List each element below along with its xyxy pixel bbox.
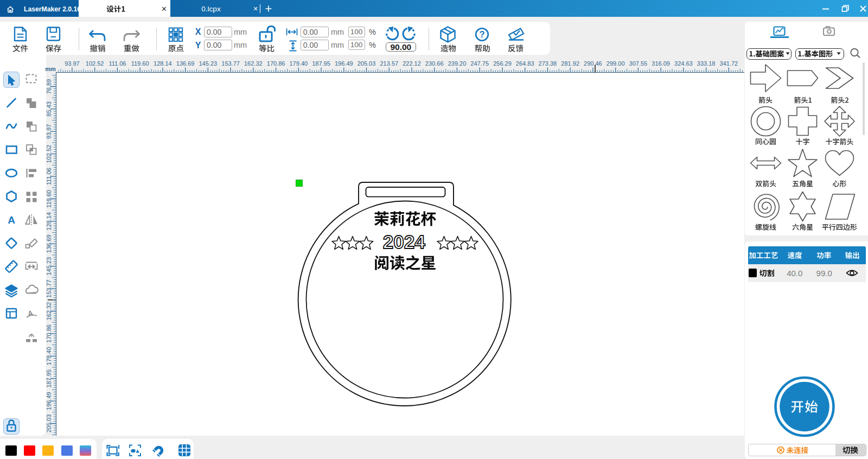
- svg-text:205.03: 205.03: [46, 415, 52, 433]
- svg-text:264.83: 264.83: [516, 60, 534, 67]
- svg-text:281.92: 281.92: [561, 60, 579, 67]
- svg-text:128.14: 128.14: [46, 212, 52, 231]
- svg-text:230.66: 230.66: [425, 60, 444, 67]
- svg-text:mm: mm: [331, 41, 344, 49]
- svg-text:90.00: 90.00: [390, 42, 411, 52]
- svg-text:170.86: 170.86: [46, 324, 52, 343]
- svg-text:?: ?: [479, 29, 484, 39]
- svg-text:99.0: 99.0: [816, 269, 832, 278]
- svg-text:76.89: 76.89: [46, 79, 52, 94]
- svg-text:A: A: [8, 214, 15, 226]
- svg-text:222.12: 222.12: [403, 60, 421, 67]
- svg-text:179.40: 179.40: [289, 60, 308, 67]
- svg-text:153.77: 153.77: [221, 60, 240, 67]
- svg-text:119.60: 119.60: [46, 190, 52, 208]
- svg-text:100: 100: [350, 28, 363, 36]
- svg-text:LaserMaker 2.0.16: LaserMaker 2.0.16: [24, 5, 81, 13]
- svg-text:102.52: 102.52: [46, 145, 52, 163]
- svg-text:162.32: 162.32: [46, 302, 52, 321]
- svg-text:162.32: 162.32: [244, 60, 263, 67]
- svg-text:X: X: [195, 27, 201, 36]
- svg-text:✕: ✕: [161, 5, 167, 13]
- svg-text:170.86: 170.86: [267, 60, 285, 67]
- svg-text:93.97: 93.97: [46, 124, 52, 139]
- svg-text:93.97: 93.97: [65, 60, 80, 67]
- svg-text:341.72: 341.72: [720, 60, 738, 67]
- svg-text:0.00: 0.00: [303, 28, 318, 36]
- svg-text:136.69: 136.69: [176, 60, 195, 67]
- svg-text:40.0: 40.0: [787, 269, 802, 278]
- svg-text:119.60: 119.60: [131, 60, 149, 67]
- svg-text:333.18: 333.18: [697, 60, 716, 67]
- svg-text:213.57: 213.57: [380, 60, 398, 67]
- svg-text:85.43: 85.43: [46, 101, 52, 117]
- svg-text:239.20: 239.20: [448, 60, 467, 67]
- svg-text:Y: Y: [195, 41, 201, 50]
- svg-text:187.95: 187.95: [46, 369, 52, 388]
- svg-text:179.40: 179.40: [46, 347, 52, 365]
- svg-text:299.00: 299.00: [607, 60, 625, 67]
- svg-text:128.14: 128.14: [154, 60, 172, 67]
- svg-text:mm: mm: [234, 41, 247, 49]
- svg-text:256.29: 256.29: [493, 60, 512, 67]
- svg-text:196.49: 196.49: [46, 392, 52, 410]
- svg-text:307.55: 307.55: [629, 60, 648, 67]
- svg-text:mm: mm: [234, 28, 247, 36]
- svg-text:111.06: 111.06: [108, 60, 126, 67]
- svg-text:290.46: 290.46: [584, 60, 602, 67]
- svg-text:mm: mm: [331, 28, 344, 36]
- svg-text:145.23: 145.23: [46, 257, 52, 276]
- svg-text:102.52: 102.52: [86, 60, 104, 67]
- svg-text:153.77: 153.77: [46, 279, 52, 298]
- svg-text:247.75: 247.75: [470, 60, 489, 67]
- svg-text:111.06: 111.06: [46, 168, 52, 185]
- svg-text:273.38: 273.38: [539, 60, 557, 67]
- svg-text:A: A: [27, 309, 34, 318]
- svg-text:2024: 2024: [383, 231, 425, 252]
- svg-text:%: %: [369, 41, 376, 49]
- svg-text:187.95: 187.95: [312, 60, 330, 67]
- svg-text:0.00: 0.00: [303, 41, 318, 49]
- svg-text:324.63: 324.63: [674, 60, 693, 67]
- svg-text:100: 100: [350, 41, 363, 49]
- svg-text:205.03: 205.03: [358, 60, 376, 67]
- svg-text:316.09: 316.09: [652, 60, 670, 67]
- svg-text:0.00: 0.00: [207, 41, 221, 49]
- svg-text:✕: ✕: [253, 5, 258, 12]
- svg-text:0.lcpx: 0.lcpx: [201, 5, 221, 13]
- svg-text:%: %: [369, 28, 376, 36]
- svg-text:mm: mm: [45, 66, 56, 72]
- svg-text:196.49: 196.49: [335, 60, 353, 67]
- svg-text:145.23: 145.23: [199, 60, 217, 67]
- svg-text:0.00: 0.00: [207, 28, 221, 36]
- svg-text:136.69: 136.69: [46, 234, 52, 253]
